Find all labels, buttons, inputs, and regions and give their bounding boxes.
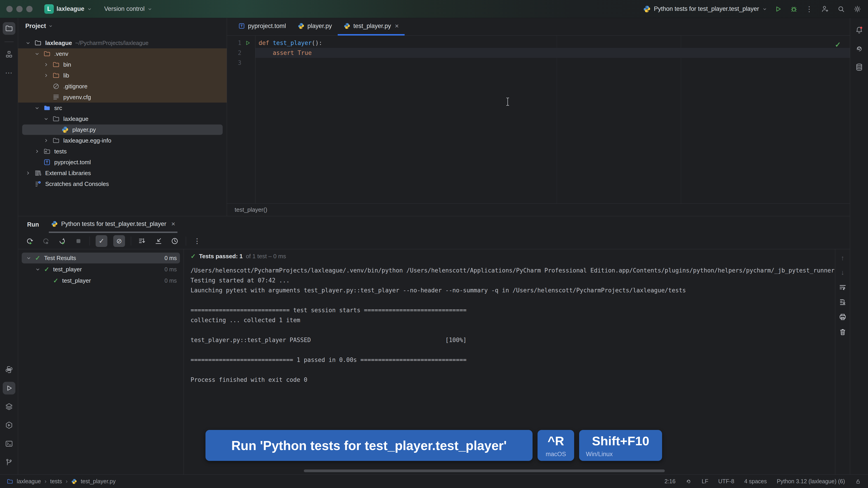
ai-assistant-button[interactable] xyxy=(853,42,866,55)
tab-label: test_player.py xyxy=(353,23,391,30)
tree-item-player-py[interactable]: player.py xyxy=(18,124,227,135)
rerun-failed-tests-button[interactable] xyxy=(57,236,67,246)
run-toolbar: ✓ ⊘ ⋮ xyxy=(18,233,850,249)
line-number: 3 xyxy=(227,58,241,68)
run-configuration-selector[interactable]: Python tests for test_player.test_player xyxy=(643,5,767,13)
tree-item-venv[interactable]: .venv xyxy=(18,48,227,59)
test-module-row[interactable]: ✓ test_player 0 ms xyxy=(18,264,184,275)
chevron-down-icon xyxy=(49,24,53,28)
database-button[interactable] xyxy=(853,61,866,74)
rerun-failed-button-disabled[interactable] xyxy=(41,236,51,246)
tree-item-bin[interactable]: bin xyxy=(18,59,227,70)
stop-button[interactable] xyxy=(73,236,84,246)
services-tool-button[interactable] xyxy=(3,400,16,413)
run-button[interactable] xyxy=(774,5,782,13)
debug-button[interactable] xyxy=(790,5,798,13)
breadcrumb-tests[interactable]: tests xyxy=(50,478,62,485)
soft-wrap-button[interactable] xyxy=(839,283,847,291)
run-tab-label: Python tests for test_player.test_player xyxy=(61,221,166,228)
encoding-widget[interactable]: UTF-8 xyxy=(718,478,735,485)
run-tab[interactable]: Python tests for test_player.test_player… xyxy=(49,216,178,233)
next-occurrence-button[interactable]: ↓ xyxy=(841,269,844,276)
scroll-to-end-button[interactable] xyxy=(839,298,847,306)
project-widget-label: laxleague xyxy=(57,5,84,12)
run-test-gutter-icon[interactable] xyxy=(245,40,251,46)
line-separator-widget[interactable]: LF xyxy=(702,478,708,485)
left-tool-stripe: … xyxy=(0,18,18,475)
tab-pyproject-toml[interactable]: pyproject.toml xyxy=(232,18,292,35)
test-results-root-row[interactable]: ✓ Test Results 0 ms xyxy=(18,252,184,264)
structure-tool-button[interactable] xyxy=(3,48,16,61)
indent-widget[interactable]: 4 spaces xyxy=(744,478,767,485)
close-icon[interactable]: × xyxy=(171,220,176,228)
shortcut-keys: Shift+F10 xyxy=(592,433,649,448)
tab-player-py[interactable]: player.py xyxy=(292,18,338,35)
tree-item-src[interactable]: src xyxy=(18,103,227,113)
ai-status-widget[interactable] xyxy=(685,478,692,485)
problems-tool-button[interactable] xyxy=(3,419,16,431)
python-console-tool-button[interactable] xyxy=(3,363,16,376)
run-tool-button[interactable] xyxy=(3,382,16,394)
window-controls xyxy=(6,6,33,12)
search-everywhere-icon[interactable] xyxy=(837,5,845,13)
status-bar: laxleague › tests › test_player.py 2:16 … xyxy=(0,475,868,488)
source-folder-icon xyxy=(43,104,51,111)
clear-console-button[interactable] xyxy=(839,328,847,336)
folder-icon xyxy=(53,115,60,123)
version-control-tool-button[interactable] xyxy=(3,456,16,468)
project-panel-header[interactable]: Project xyxy=(18,18,227,33)
run-configuration-label: Python tests for test_player.test_player xyxy=(654,5,759,12)
previous-occurrence-button[interactable]: ↑ xyxy=(841,254,844,262)
breadcrumb-project[interactable]: laxleague xyxy=(17,478,41,485)
tree-item-laxleague-root[interactable]: laxleague ~/PycharmProjects/laxleague xyxy=(18,37,227,48)
more-options-button[interactable]: ⋮ xyxy=(192,236,202,246)
chevron-down-icon xyxy=(87,6,92,11)
test-passed-icon: ✓ xyxy=(35,254,44,262)
tree-item-tests[interactable]: tests xyxy=(18,146,227,157)
close-icon[interactable]: × xyxy=(395,22,399,30)
vcs-widget[interactable]: Version control xyxy=(101,4,156,14)
more-tool-windows-button[interactable]: … xyxy=(5,66,13,75)
tree-item-egg-info[interactable]: laxleague.egg-info xyxy=(18,135,227,146)
tree-item-scratches[interactable]: Scratches and Consoles xyxy=(18,178,227,189)
check-icon: ✓ xyxy=(191,253,196,260)
git-branch-icon xyxy=(5,458,13,466)
library-icon xyxy=(34,169,41,177)
project-tool-button[interactable] xyxy=(3,22,16,35)
tree-item-external-libraries[interactable]: External Libraries xyxy=(18,168,227,178)
window-zoom-button[interactable] xyxy=(26,6,33,12)
show-ignored-toggle[interactable]: ⊘ xyxy=(113,235,125,247)
tree-item-laxleague-pkg[interactable]: laxleague xyxy=(18,113,227,124)
console-horizontal-scrollbar[interactable] xyxy=(304,469,665,472)
show-passed-toggle[interactable]: ✓ xyxy=(96,235,107,247)
notifications-button[interactable] xyxy=(853,24,866,37)
terminal-tool-button[interactable] xyxy=(3,437,16,450)
tree-item-pyvenv-cfg[interactable]: pyvenv.cfg xyxy=(18,92,227,103)
breadcrumb-file[interactable]: test_player.py xyxy=(81,478,116,485)
test-case-row[interactable]: ✓ test_player 0 ms xyxy=(18,275,184,286)
window-close-button[interactable] xyxy=(6,6,13,12)
project-widget[interactable]: L laxleague xyxy=(41,2,95,15)
window-minimize-button[interactable] xyxy=(16,6,23,12)
code-text[interactable]: def test_player(): assert True xyxy=(255,36,850,203)
breadcrumb[interactable]: test_player() xyxy=(235,206,268,213)
readonly-toggle[interactable] xyxy=(855,478,861,485)
tree-item-pyproject-toml[interactable]: pyproject.toml xyxy=(18,157,227,168)
tab-test-player-py[interactable]: test_player.py × xyxy=(338,18,405,35)
tree-item-lib[interactable]: lib xyxy=(18,70,227,81)
print-button[interactable] xyxy=(839,313,847,321)
inspections-ok-widget[interactable]: ✓ xyxy=(835,40,841,50)
sort-tests-button[interactable] xyxy=(137,236,147,246)
sort-by-duration-button[interactable] xyxy=(169,236,180,246)
code-with-me-icon[interactable] xyxy=(820,5,829,13)
rerun-button[interactable] xyxy=(24,236,35,246)
caret-position-widget[interactable]: 2:16 xyxy=(664,478,676,485)
more-actions-button[interactable]: ⋮ xyxy=(806,5,813,13)
code-editor[interactable]: 1 2 3 def test_player(): assert True xyxy=(227,36,850,203)
tree-item-gitignore[interactable]: .gitignore xyxy=(18,81,227,92)
navigate-with-selection-button[interactable] xyxy=(153,236,164,246)
shortcut-platform: Win/Linux xyxy=(586,451,613,458)
interpreter-widget[interactable]: Python 3.12 (laxleague) (6) xyxy=(777,478,845,485)
settings-gear-icon[interactable] xyxy=(853,5,862,13)
crumb-separator: › xyxy=(44,478,46,485)
